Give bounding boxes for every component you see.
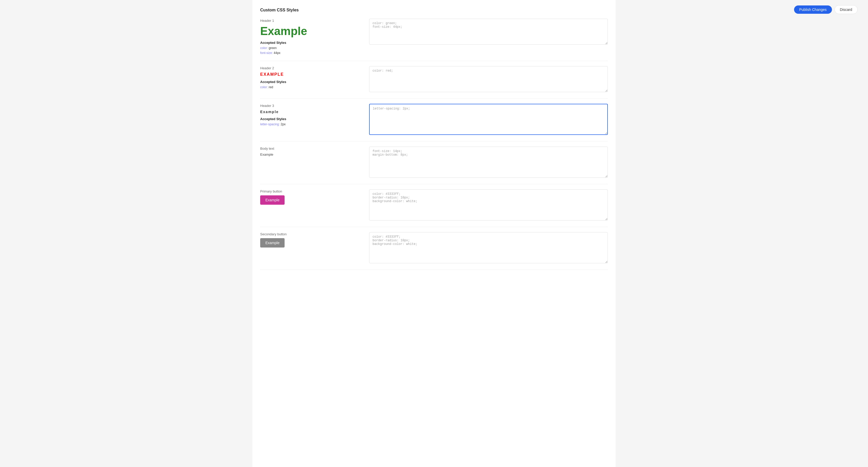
style-line-header2-color: color: red [260,85,359,90]
preview-secondary-button[interactable]: Example [260,238,285,248]
section-header1: Header 1 Example Accepted Styles color: … [260,19,608,61]
section-label-header1: Header 1 [260,19,359,23]
section-label-primary-btn: Primary button [260,189,359,193]
section-primary-button: Primary button Example color: #3333ff; b… [260,189,608,227]
page-title: Custom CSS Styles [260,8,608,12]
preview-header3: Example [260,110,359,114]
section-label-secondary-btn: Secondary button [260,232,359,236]
style-prop: color: [260,85,268,89]
discard-button[interactable]: Discard [835,5,858,14]
style-prop: color: [260,46,268,50]
accepted-styles-label-header2: Accepted Styles [260,80,359,84]
section-body-text: Body text Example font-size: 14px; margi… [260,147,608,184]
css-textarea-header2[interactable]: color: red; [369,66,608,92]
preview-header2: EXAMPLE [260,72,359,77]
style-val: red [269,85,273,89]
section-label-body: Body text [260,147,359,151]
style-prop: font-size: [260,51,273,55]
css-textarea-secondary-btn[interactable]: color: #3333ff; border-radius: 10px; bac… [369,232,608,263]
preview-header1: Example [260,25,359,38]
accepted-styles-label-header3: Accepted Styles [260,117,359,121]
publish-button[interactable]: Publish Changes [794,5,832,14]
section-secondary-button: Secondary button Example color: #3333ff;… [260,232,608,270]
style-val: 2px [281,122,286,126]
css-textarea-header3[interactable]: letter-spacing: 2px; [369,104,608,135]
style-val: green [269,46,277,50]
style-line-header3-letterspacing: letter-spacing: 2px [260,122,359,127]
style-line-header1-fontsize: font-size: 44px [260,51,359,56]
style-val: 44px [274,51,280,55]
section-label-header3: Header 3 [260,104,359,108]
preview-primary-button[interactable]: Example [260,195,285,205]
css-textarea-header1[interactable]: color: green; font-size: 44px; [369,19,608,44]
section-header3: Header 3 Example Accepted Styles letter-… [260,104,608,142]
style-line-header1-color: color: green [260,46,359,51]
css-textarea-body[interactable]: font-size: 14px; margin-bottom: 8px; [369,147,608,178]
preview-body: Example [260,153,359,156]
section-header2: Header 2 EXAMPLE Accepted Styles color: … [260,66,608,99]
style-prop: letter-spacing: [260,122,280,126]
section-label-header2: Header 2 [260,66,359,70]
accepted-styles-label-header1: Accepted Styles [260,41,359,44]
css-textarea-primary-btn[interactable]: color: #3333ff; border-radius: 10px; bac… [369,189,608,220]
